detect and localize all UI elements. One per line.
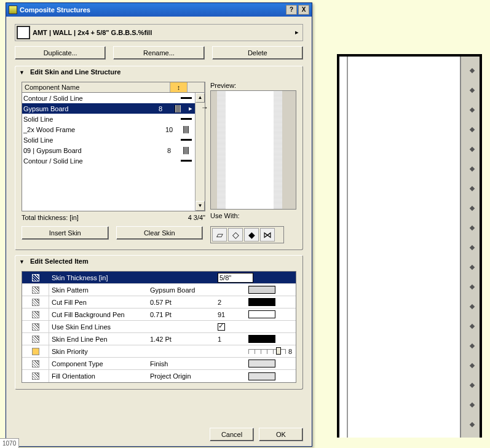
use-end-lines-row[interactable]: Use Skin End Lines (22, 321, 296, 333)
duplicate-button[interactable]: Duplicate... (15, 46, 106, 60)
row-line-icon (178, 126, 195, 133)
titlebar: Composite Structures ? X (6, 3, 312, 17)
pen-icon (22, 333, 49, 345)
component-row[interactable]: Solid Line (22, 135, 195, 145)
fill-orientation-row[interactable]: Fill Orientation Project Origin (22, 370, 296, 382)
skin-thickness-row[interactable]: Skin Thickness [in] (22, 272, 296, 284)
scroll-up-icon[interactable]: ▲ (196, 93, 205, 103)
scroll-down-icon[interactable]: ▼ (196, 201, 205, 211)
end-lines-checkbox[interactable] (218, 323, 225, 331)
row-line-icon (169, 105, 186, 112)
composite-structures-dialog: Composite Structures ? X AMT | WALL | 2x… (6, 2, 312, 447)
component-row[interactable]: Solid Line (22, 114, 195, 124)
component-row[interactable]: _2x Wood Frame10 (22, 124, 195, 135)
type-icon (22, 358, 49, 369)
edit-selected-section: Edit Selected Item Skin Thickness [in] S… (15, 255, 303, 390)
component-row[interactable]: Gypsum Board8▸ (22, 103, 195, 114)
app-icon (9, 6, 17, 14)
pen-swatch[interactable] (248, 335, 275, 343)
skin-priority-row[interactable]: Skin Priority 8 (22, 345, 296, 358)
property-list: Skin Thickness [in] Skin Pattern Gypsum … (22, 271, 296, 383)
component-row[interactable]: Contour / Solid Line (22, 155, 195, 166)
skin-thickness-input[interactable] (218, 273, 253, 283)
pen-icon (22, 296, 49, 308)
row-priority: 10 (160, 126, 178, 133)
col-line[interactable] (188, 82, 205, 92)
row-priority: 8 (160, 147, 178, 154)
component-row[interactable]: 09 | Gypsum Board8 (22, 145, 195, 155)
stud-markers (465, 57, 480, 438)
roof-tool-icon[interactable]: ◆ (244, 228, 259, 242)
row-line-icon (178, 118, 195, 120)
component-type-value: Finish (148, 360, 215, 367)
use-with-label: Use With: (210, 212, 296, 219)
row-name: Contour / Solid Line (23, 157, 160, 165)
total-thickness-value: 4 3/4" (188, 214, 205, 221)
slab-tool-icon[interactable]: ◇ (228, 228, 243, 242)
insert-skin-button[interactable]: Insert Skin (22, 226, 109, 240)
skin-thickness-label: Skin Thickness [in] (49, 274, 148, 281)
disclosure-icon[interactable] (19, 68, 26, 76)
col-component-name[interactable]: Component Name (22, 82, 170, 92)
col-priority[interactable]: ↕ (170, 82, 188, 92)
pen-icon (22, 308, 49, 320)
ok-button[interactable]: OK (259, 428, 303, 441)
component-type-row[interactable]: Component Type Finish (22, 358, 296, 370)
row-name: _2x Wood Frame (23, 126, 160, 133)
section-title: Edit Skin and Line Structure (30, 68, 121, 76)
priority-slider[interactable]: 8 (248, 347, 292, 356)
priority-value: 8 (288, 348, 292, 355)
skin-structure-section: Edit Skin and Line Structure Component N… (15, 66, 303, 250)
pattern-icon (22, 284, 49, 296)
row-name: Gypsum Board (23, 105, 152, 112)
scroll-track[interactable] (196, 103, 205, 201)
endline-icon (22, 321, 49, 332)
shell-tool-icon[interactable]: ⋈ (260, 228, 275, 242)
close-button[interactable]: X (298, 5, 309, 15)
composite-swatch-icon (17, 26, 30, 39)
component-list: Contour / Solid LineGypsum Board8▸Solid … (22, 92, 205, 211)
drawing-canvas (337, 54, 482, 438)
fill-orientation-value: Project Origin (148, 372, 215, 380)
skin-pattern-row[interactable]: Skin Pattern Gypsum Board (22, 284, 296, 296)
end-line-pen-row[interactable]: Skin End Line Pen 1.42 Pt 1 (22, 333, 296, 345)
pen-swatch[interactable] (248, 310, 275, 318)
row-line-icon (178, 97, 195, 99)
row-name: Contour / Solid Line (23, 95, 160, 102)
row-name: Solid Line (23, 116, 160, 123)
delete-button[interactable]: Delete (212, 46, 303, 60)
row-priority: 8 (152, 105, 169, 112)
disclosure-icon[interactable] (19, 257, 26, 265)
help-button[interactable]: ? (286, 5, 297, 15)
row-expand-icon[interactable]: ▸ (186, 104, 195, 112)
pen-swatch[interactable] (248, 298, 275, 306)
pattern-swatch[interactable] (248, 286, 275, 294)
total-thickness-label: Total thickness: [in] (22, 214, 79, 221)
component-row[interactable]: Contour / Solid Line (22, 93, 195, 103)
type-swatch[interactable] (248, 360, 275, 367)
use-with-tools: ▱ ◇ ◆ ⋈ (210, 226, 284, 243)
row-line-icon (178, 147, 195, 154)
row-line-icon (178, 139, 195, 141)
row-name: Solid Line (23, 136, 160, 144)
preview-label: Preview: (210, 82, 296, 89)
dropdown-arrow-icon[interactable]: ▸ (293, 28, 301, 37)
cut-fill-bg-pen-row[interactable]: Cut Fill Background Pen 0.71 Pt 91 (22, 308, 296, 321)
component-table-header: Component Name ↕ (22, 82, 205, 92)
orient-icon (22, 370, 49, 382)
cancel-button[interactable]: Cancel (210, 428, 254, 441)
preview-ref-arrow-icon: → (201, 103, 208, 112)
thickness-icon (22, 272, 49, 283)
rename-button[interactable]: Rename... (113, 46, 204, 60)
row-line-icon (178, 160, 195, 162)
composite-name: AMT | WALL | 2x4 + 5/8" G.B.B.S.%fill (33, 29, 293, 36)
clear-skin-button[interactable]: Clear Skin (116, 226, 204, 240)
priority-icon (22, 345, 49, 357)
composite-selector[interactable]: AMT | WALL | 2x4 + 5/8" G.B.B.S.%fill ▸ (15, 24, 303, 41)
wall-tool-icon[interactable]: ▱ (212, 228, 227, 242)
skin-pattern-value: Gypsum Board (148, 286, 215, 294)
status-corner: 1070 (0, 438, 19, 448)
section-title: Edit Selected Item (30, 257, 89, 265)
orient-swatch[interactable] (248, 372, 275, 380)
cut-fill-pen-row[interactable]: Cut Fill Pen 0.57 Pt 2 (22, 296, 296, 308)
